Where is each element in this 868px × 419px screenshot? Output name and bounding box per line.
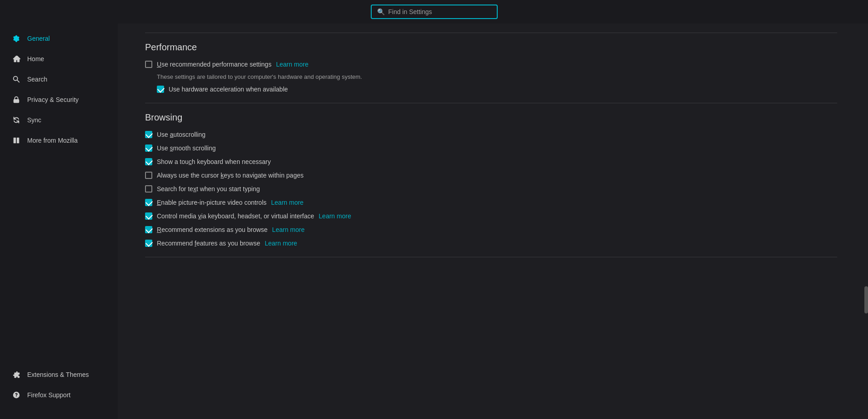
sidebar-label-extensions-themes: Extensions & Themes <box>27 371 89 378</box>
browsing-section-title: Browsing <box>145 112 837 123</box>
performance-browsing-divider <box>145 103 837 103</box>
recommend-extensions-learn-more[interactable]: Learn more <box>272 226 305 233</box>
recommend-features-text: Recommend features as you browse <box>157 240 260 247</box>
main-content: Performance Use recommended performance … <box>118 24 864 419</box>
search-text-text: Search for text when you start typing <box>157 185 260 193</box>
sidebar-bottom-nav: Extensions & Themes Firefox Support <box>0 364 118 414</box>
touch-keyboard-text: Show a touch keyboard when necessary <box>157 158 271 165</box>
sidebar: General Home Search <box>0 24 118 419</box>
media-keyboard-row: Control media via keyboard, headset, or … <box>145 212 837 221</box>
picture-in-picture-checkbox[interactable] <box>145 199 152 206</box>
smooth-scrolling-label[interactable]: Use smooth scrolling <box>145 144 216 152</box>
hardware-acceleration-row: Use hardware acceleration when available <box>157 85 837 94</box>
use-recommended-text: Use recommended performance settings <box>157 61 272 68</box>
use-recommended-row: Use recommended performance settings Lea… <box>145 60 837 69</box>
media-keyboard-text: Control media via keyboard, headset, or … <box>157 212 314 220</box>
hardware-acceleration-text: Use hardware acceleration when available <box>169 86 288 93</box>
recommend-extensions-row: Recommend extensions as you browse Learn… <box>145 225 837 234</box>
recommend-features-learn-more[interactable]: Learn more <box>265 240 297 247</box>
performance-description: These settings are tailored to your comp… <box>157 73 837 80</box>
sync-icon <box>12 116 21 125</box>
smooth-scrolling-text: Use smooth scrolling <box>157 144 216 152</box>
question-icon <box>12 390 21 400</box>
sidebar-label-more-from-mozilla: More from Mozilla <box>27 137 78 144</box>
touch-keyboard-row: Show a touch keyboard when necessary <box>145 157 837 166</box>
puzzle-icon <box>12 370 21 379</box>
recommend-extensions-text: Recommend extensions as you browse <box>157 226 267 233</box>
find-in-settings-bar[interactable]: 🔍 <box>371 5 498 19</box>
smooth-scrolling-row: Use smooth scrolling <box>145 144 837 153</box>
performance-section-title: Performance <box>145 42 837 53</box>
sidebar-item-home[interactable]: Home <box>3 49 115 69</box>
sidebar-label-general: General <box>27 35 50 42</box>
smooth-scrolling-checkbox[interactable] <box>145 144 152 152</box>
recommend-features-row: Recommend features as you browse Learn m… <box>145 239 837 248</box>
picture-in-picture-row: Enable picture-in-picture video controls… <box>145 198 837 207</box>
lock-icon <box>12 95 21 104</box>
cursor-keys-checkbox[interactable] <box>145 172 152 179</box>
sidebar-label-firefox-support: Firefox Support <box>27 391 71 399</box>
sidebar-item-extensions-themes[interactable]: Extensions & Themes <box>3 365 115 385</box>
gear-icon <box>12 34 21 43</box>
media-keyboard-label[interactable]: Control media via keyboard, headset, or … <box>145 212 314 220</box>
picture-in-picture-text: Enable picture-in-picture video controls <box>157 199 267 206</box>
search-text-checkbox[interactable] <box>145 185 152 193</box>
media-keyboard-learn-more[interactable]: Learn more <box>319 212 351 220</box>
touch-keyboard-checkbox[interactable] <box>145 158 152 165</box>
cursor-keys-text: Always use the cursor keys to navigate w… <box>157 172 304 179</box>
search-text-row: Search for text when you start typing <box>145 184 837 193</box>
sidebar-item-general[interactable]: General <box>3 29 115 48</box>
recommend-extensions-checkbox[interactable] <box>145 226 152 233</box>
touch-keyboard-label[interactable]: Show a touch keyboard when necessary <box>145 158 271 165</box>
find-in-settings-input[interactable] <box>388 8 491 15</box>
hardware-acceleration-checkbox[interactable] <box>157 86 164 93</box>
use-recommended-checkbox[interactable] <box>145 61 152 68</box>
top-bar: 🔍 <box>0 0 868 24</box>
sidebar-item-firefox-support[interactable]: Firefox Support <box>3 385 115 405</box>
use-recommended-learn-more[interactable]: Learn more <box>276 61 309 68</box>
mozilla-icon <box>12 136 21 145</box>
sidebar-label-home: Home <box>27 55 44 63</box>
picture-in-picture-learn-more[interactable]: Learn more <box>271 199 304 206</box>
scrollbar-track[interactable] <box>864 24 868 419</box>
picture-in-picture-label[interactable]: Enable picture-in-picture video controls <box>145 199 267 206</box>
sidebar-item-sync[interactable]: Sync <box>3 110 115 130</box>
hardware-acceleration-label[interactable]: Use hardware acceleration when available <box>157 86 288 93</box>
home-icon <box>12 54 21 63</box>
sidebar-label-privacy-security: Privacy & Security <box>27 96 79 103</box>
recommend-features-label[interactable]: Recommend features as you browse <box>145 240 260 247</box>
svg-rect-0 <box>14 138 16 144</box>
cursor-keys-label[interactable]: Always use the cursor keys to navigate w… <box>145 172 304 179</box>
bottom-divider <box>145 257 837 257</box>
scrollbar-thumb[interactable] <box>864 286 868 313</box>
media-keyboard-checkbox[interactable] <box>145 212 152 220</box>
sidebar-item-search[interactable]: Search <box>3 69 115 89</box>
search-text-label[interactable]: Search for text when you start typing <box>145 185 260 193</box>
recommend-extensions-label[interactable]: Recommend extensions as you browse <box>145 226 267 233</box>
autoscrolling-text: Use autoscrolling <box>157 131 205 138</box>
sidebar-item-privacy-security[interactable]: Privacy & Security <box>3 90 115 110</box>
main-layout: General Home Search <box>0 24 868 419</box>
sidebar-label-sync: Sync <box>27 116 41 124</box>
svg-rect-1 <box>17 138 19 144</box>
search-icon <box>12 75 21 84</box>
autoscrolling-checkbox[interactable] <box>145 131 152 138</box>
sidebar-label-search: Search <box>27 76 47 83</box>
top-divider <box>145 33 837 33</box>
sidebar-item-more-from-mozilla[interactable]: More from Mozilla <box>3 130 115 150</box>
use-recommended-label[interactable]: Use recommended performance settings <box>145 61 272 68</box>
find-settings-search-icon: 🔍 <box>377 8 385 15</box>
cursor-keys-row: Always use the cursor keys to navigate w… <box>145 171 837 180</box>
autoscrolling-row: Use autoscrolling <box>145 130 837 139</box>
autoscrolling-label[interactable]: Use autoscrolling <box>145 131 205 138</box>
sidebar-main-nav: General Home Search <box>0 28 118 364</box>
recommend-features-checkbox[interactable] <box>145 240 152 247</box>
